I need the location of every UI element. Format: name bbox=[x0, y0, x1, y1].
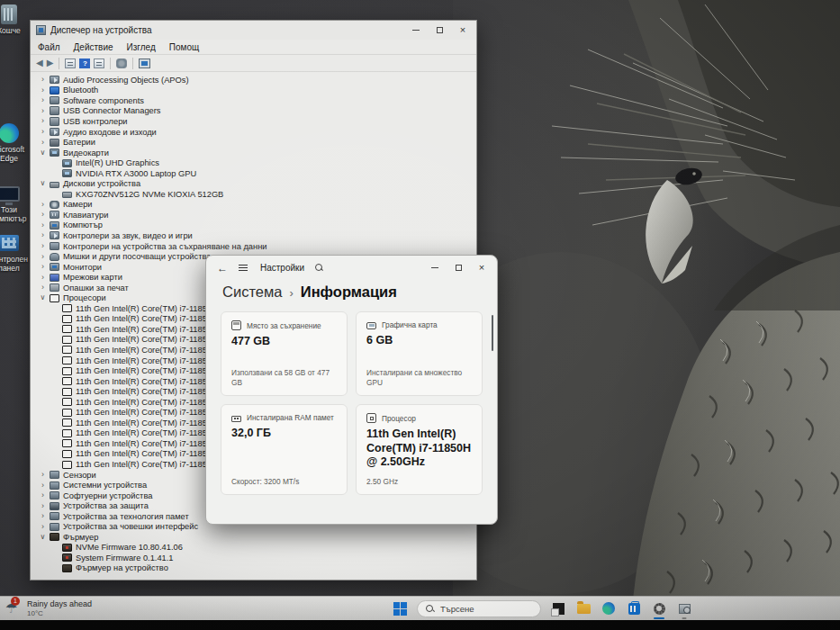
chevron-down-icon[interactable]: ∨ bbox=[38, 534, 48, 541]
show-console-tree-button[interactable] bbox=[65, 58, 76, 68]
chevron-right-icon[interactable]: › bbox=[38, 242, 48, 250]
desktop-icon-this-pc[interactable]: Този компютър bbox=[0, 183, 32, 224]
chevron-right-icon[interactable]: › bbox=[38, 491, 48, 500]
chevron-right-icon[interactable]: › bbox=[38, 274, 48, 282]
toolbar-separator bbox=[110, 58, 111, 69]
maximize-button[interactable] bbox=[428, 23, 451, 38]
minimize-icon bbox=[431, 267, 438, 268]
device-tree-item[interactable]: ›Контролери за звук, видео и игри bbox=[31, 230, 476, 241]
chevron-right-icon[interactable]: › bbox=[38, 471, 48, 479]
menu-изглед[interactable]: Изглед bbox=[127, 42, 156, 52]
about-card[interactable]: Инсталирана RAM памет32,0 ГБСкорост: 320… bbox=[221, 404, 348, 495]
chevron-right-icon[interactable]: › bbox=[38, 253, 48, 261]
menu-помощ[interactable]: Помощ bbox=[169, 42, 199, 52]
chevron-right-icon[interactable]: › bbox=[38, 139, 48, 147]
chevron-down-icon[interactable]: ∨ bbox=[38, 294, 48, 302]
chevron-right-icon[interactable]: › bbox=[38, 502, 48, 510]
start-button[interactable] bbox=[390, 597, 410, 620]
taskbar-icon-settings[interactable] bbox=[649, 597, 669, 620]
scan-hardware-button[interactable] bbox=[139, 58, 150, 68]
back-arrow-icon[interactable]: ← bbox=[217, 262, 228, 274]
device-tree-item[interactable]: ∨Видеокарти bbox=[31, 148, 476, 158]
about-card-value: 11th Gen Intel(R) Core(TM) i7-11850H @ 2… bbox=[366, 428, 472, 470]
close-button[interactable]: × bbox=[451, 23, 474, 38]
taskbar-icon-file-explorer[interactable] bbox=[574, 597, 593, 620]
chevron-right-icon[interactable]: › bbox=[38, 128, 48, 136]
help-button[interactable]: ? bbox=[79, 58, 90, 68]
device-tree-item[interactable]: ›Батерии bbox=[31, 137, 476, 148]
properties-button[interactable] bbox=[94, 58, 104, 68]
settings-scrollbar[interactable] bbox=[492, 315, 494, 351]
device-manager-titlebar[interactable]: Диспечер на устройства × bbox=[31, 21, 476, 40]
device-tree-item[interactable]: ›Компютър bbox=[31, 220, 476, 231]
processor-icon bbox=[62, 398, 72, 406]
forward-button[interactable]: ▶ bbox=[47, 58, 54, 68]
chevron-right-icon[interactable]: › bbox=[38, 284, 48, 292]
chevron-right-icon[interactable]: › bbox=[38, 117, 48, 125]
search-icon[interactable] bbox=[315, 264, 323, 272]
audio-io-icon bbox=[50, 128, 59, 136]
close-button[interactable]: × bbox=[470, 261, 493, 275]
device-tree-item[interactable]: KXG70ZNV512G NVMe KIOXIA 512GB bbox=[31, 189, 476, 200]
desktop-icon-control-panel[interactable]: Контролен панел bbox=[0, 232, 32, 274]
taskbar-icon-task-view[interactable] bbox=[548, 597, 568, 620]
chevron-right-icon[interactable]: › bbox=[38, 211, 48, 219]
device-tree-item[interactable]: ›Bluetooth bbox=[31, 86, 476, 96]
menu-действие[interactable]: Действие bbox=[74, 42, 113, 52]
device-tree-item[interactable]: ›Камери bbox=[31, 200, 476, 211]
device-tree-item[interactable]: ∨Дискови устройства bbox=[31, 178, 476, 189]
chevron-right-icon[interactable]: › bbox=[38, 76, 48, 84]
chevron-right-icon[interactable]: › bbox=[38, 201, 48, 209]
device-tree-item[interactable]: ∨Фърмуер bbox=[31, 532, 476, 543]
about-card[interactable]: Място за съхранение477 GBИзползвани са 5… bbox=[221, 311, 348, 396]
breadcrumb-system[interactable]: Система bbox=[222, 284, 282, 301]
chevron-right-icon[interactable]: › bbox=[38, 86, 48, 94]
desktop-icon-recycle-bin[interactable]: Кошче bbox=[0, 4, 32, 36]
taskbar-icon-device-manager[interactable] bbox=[674, 597, 694, 620]
chevron-right-icon[interactable]: › bbox=[38, 96, 48, 104]
chevron-right-icon[interactable]: › bbox=[38, 512, 48, 520]
weather-widget[interactable]: ☂1 Rainy days ahead 10°C bbox=[0, 599, 153, 617]
chevron-right-icon[interactable]: › bbox=[38, 107, 48, 115]
device-tree-item[interactable]: ›Клавиатури bbox=[31, 210, 476, 220]
desktop-icon-edge[interactable]: Microsoft Edge bbox=[0, 122, 32, 164]
device-tree-item[interactable]: System Firmware 0.1.41.1 bbox=[31, 553, 476, 563]
maximize-button[interactable] bbox=[447, 261, 470, 275]
system-devices-icon bbox=[50, 482, 59, 490]
device-tree-item[interactable]: ›Software components bbox=[31, 95, 476, 106]
chevron-down-icon[interactable]: ∨ bbox=[38, 180, 48, 187]
device-tree-item[interactable]: Фърмуер на устройство bbox=[31, 563, 476, 574]
taskbar-search[interactable]: Търсене bbox=[417, 600, 541, 617]
minimize-button[interactable] bbox=[423, 261, 447, 275]
chevron-right-icon[interactable]: › bbox=[38, 231, 48, 239]
device-tree-item[interactable]: ›Контролери на устройства за съхраняване… bbox=[31, 241, 476, 252]
settings-titlebar[interactable]: ← Настройки × bbox=[206, 256, 497, 280]
software-devices-icon bbox=[50, 491, 59, 500]
chevron-right-icon[interactable]: › bbox=[38, 523, 48, 531]
device-tree-label: USB контролери bbox=[63, 117, 128, 126]
minimize-button[interactable] bbox=[404, 23, 428, 38]
hamburger-menu-icon[interactable] bbox=[239, 265, 248, 272]
about-card[interactable]: Графична карта6 GBИнсталирани са множест… bbox=[356, 311, 483, 396]
device-tree-item[interactable]: NVMe Firmware 10.80.41.06 bbox=[31, 543, 476, 554]
device-tree-item[interactable]: NVIDIA RTX A3000 Laptop GPU bbox=[31, 168, 476, 179]
firmware-icon bbox=[50, 533, 59, 541]
device-tree-item[interactable]: ›USB Connector Managers bbox=[31, 106, 476, 117]
taskbar-icon-microsoft-store[interactable] bbox=[624, 597, 644, 620]
refresh-button[interactable] bbox=[116, 58, 127, 68]
back-button[interactable]: ◀ bbox=[36, 58, 43, 68]
device-tree-item[interactable]: ›Audio Processing Objects (APOs) bbox=[31, 75, 476, 86]
menu-файл[interactable]: Файл bbox=[38, 42, 60, 52]
taskbar-icon-edge[interactable] bbox=[599, 597, 619, 620]
chevron-right-icon[interactable]: › bbox=[38, 482, 48, 490]
about-card[interactable]: Процесор11th Gen Intel(R) Core(TM) i7-11… bbox=[356, 404, 483, 495]
chevron-down-icon[interactable]: ∨ bbox=[38, 149, 48, 157]
device-tree-item[interactable]: ›USB контролери bbox=[31, 116, 476, 127]
file-explorer-icon bbox=[577, 604, 591, 614]
chevron-right-icon[interactable]: › bbox=[38, 263, 48, 271]
device-tree-item[interactable]: Intel(R) UHD Graphics bbox=[31, 158, 476, 168]
monitor-icon bbox=[50, 263, 59, 271]
chevron-right-icon[interactable]: › bbox=[38, 221, 48, 230]
disk-icon bbox=[50, 182, 59, 188]
device-tree-item[interactable]: ›Аудио входове и изходи bbox=[31, 127, 476, 138]
